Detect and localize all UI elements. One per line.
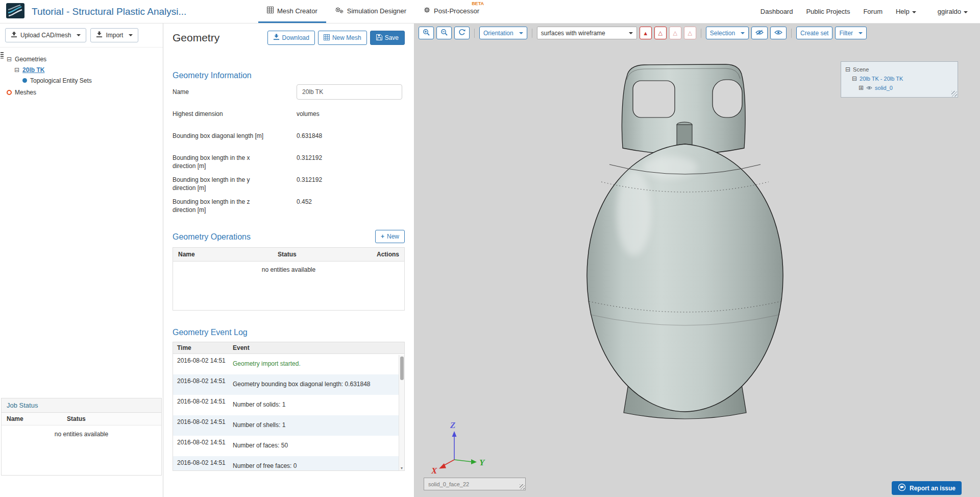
scrollbar-thumb[interactable] — [400, 357, 404, 380]
tree-item-geometries[interactable]: ⊟ Geometries — [7, 54, 158, 64]
log-time: 2016-08-02 14:51 — [177, 418, 226, 435]
collapse-icon[interactable]: ⊟ — [845, 66, 850, 73]
event-log-scrollbar[interactable]: ▾ — [399, 355, 404, 470]
eye-icon[interactable] — [866, 83, 872, 92]
import-button[interactable]: Import — [90, 28, 138, 42]
log-event: Number of faces: 50 — [233, 438, 396, 455]
expand-icon[interactable]: ⊞ — [859, 85, 864, 91]
info-label: Name — [173, 84, 265, 97]
log-time: 2016-08-02 14:51 — [177, 397, 226, 414]
geometry-name-input[interactable] — [297, 84, 402, 100]
bullet-icon — [22, 78, 27, 83]
download-icon — [273, 34, 280, 42]
job-status-panel: Job Status Name Status no entities avail… — [1, 398, 162, 476]
nav-user-menu[interactable]: ggiraldo — [938, 8, 968, 15]
geometry-panel: Geometry Download New Mesh Save — [163, 23, 414, 497]
tab-label: Mesh Creator — [277, 7, 317, 15]
hide-selection-button[interactable] — [751, 27, 768, 39]
viewport-3d[interactable]: Orientation surfaces with wireframe ▲ △ … — [414, 23, 980, 497]
download-button[interactable]: Download — [267, 31, 315, 45]
zoom-in-icon — [423, 29, 430, 37]
upload-cad-button[interactable]: Upload CAD/mesh — [5, 28, 86, 42]
selected-face-input[interactable] — [424, 478, 526, 490]
info-value: 0.312192 — [297, 150, 322, 161]
import-icon — [96, 31, 103, 39]
log-event: Geometry import started. — [233, 357, 396, 373]
save-button[interactable]: Save — [370, 31, 405, 45]
log-row: 2016-08-02 14:51 Number of shells: 1 — [173, 415, 404, 436]
tree-item-topological-entity-sets[interactable]: Topological Entity Sets — [22, 75, 158, 86]
collar-handle-hole — [633, 81, 675, 117]
zoom-out-button[interactable] — [436, 27, 452, 39]
grid-icon — [267, 7, 274, 15]
event-log-header: Time Event — [173, 342, 404, 354]
toolbar-separator — [701, 29, 701, 38]
log-time: 2016-08-02 14:51 — [177, 357, 226, 373]
log-time: 2016-08-02 14:51 — [177, 377, 226, 394]
sidebar-toolbar: Upload CAD/mesh Import — [0, 23, 163, 48]
grid-icon — [324, 34, 330, 42]
log-event: Number of solids: 1 — [233, 397, 396, 414]
new-operation-button[interactable]: + New — [375, 230, 405, 243]
info-label: Bounding box length in the y direction [… — [173, 172, 265, 192]
event-log-rows: 2016-08-02 14:51 Geometry import started… — [173, 354, 404, 471]
scene-solid-node[interactable]: ⊞ solid_0 — [859, 83, 953, 92]
render-mode-value: surfaces with wireframe — [541, 30, 605, 37]
orientation-dropdown[interactable]: Orientation — [479, 27, 527, 39]
geometry-information-heading: Geometry Information — [173, 70, 405, 80]
tree-item-geometry[interactable]: ⊟ 20lb TK — [14, 64, 158, 75]
caret-down-icon — [629, 32, 633, 34]
panel-actions: Download New Mesh Save — [267, 31, 405, 45]
nav-help-menu[interactable]: Help — [896, 8, 916, 15]
operations-table-header: Name Status Actions — [173, 248, 404, 262]
tab-simulation-designer[interactable]: Simulation Designer — [326, 0, 415, 23]
caret-down-icon — [129, 34, 133, 36]
collapse-icon[interactable]: ⊟ — [7, 56, 12, 62]
geometry-warning-button-2[interactable]: △ — [654, 27, 667, 39]
info-row-highest-dimension: Highest dimension volumes — [173, 106, 405, 128]
axis-z-label: Z — [450, 420, 455, 430]
selected-face-field-wrap — [424, 478, 526, 490]
job-col-status: Status — [67, 415, 86, 422]
filter-dropdown[interactable]: Filter — [835, 27, 867, 39]
caret-down-icon — [859, 32, 863, 34]
app-header: Tutorial - Structural Plastic Analysi...… — [0, 0, 980, 23]
zoom-in-button[interactable] — [419, 27, 434, 39]
refresh-view-button[interactable] — [454, 27, 470, 39]
tab-mesh-creator[interactable]: Mesh Creator — [258, 0, 326, 23]
selection-dropdown[interactable]: Selection — [706, 27, 749, 39]
tree-item-meshes[interactable]: Meshes — [7, 87, 158, 98]
new-mesh-button[interactable]: New Mesh — [318, 31, 367, 45]
collapse-icon[interactable]: ⊟ — [14, 67, 19, 73]
warning-triangle-icon: △ — [658, 30, 662, 36]
log-event: Number of shells: 1 — [233, 418, 396, 435]
nav-public-projects[interactable]: Public Projects — [806, 8, 850, 15]
geometry-warning-button-4[interactable]: △ — [684, 27, 696, 39]
app-logo[interactable] — [6, 3, 24, 20]
collapse-icon[interactable]: ⊟ — [852, 76, 857, 82]
info-label: Bounding box length in the x direction [… — [173, 150, 265, 170]
show-selection-button[interactable] — [770, 27, 787, 39]
scroll-down-icon[interactable]: ▾ — [399, 466, 404, 470]
save-icon — [376, 34, 382, 42]
report-issue-button[interactable]: Report an issue — [892, 481, 962, 495]
nav-forum[interactable]: Forum — [863, 8, 883, 15]
nav-dashboard[interactable]: Dashboard — [761, 8, 793, 15]
geometry-3d-model[interactable] — [583, 59, 787, 427]
workflow-tabs: Mesh Creator Simulation Designer BETA Po… — [258, 0, 488, 23]
info-row-name: Name — [173, 84, 405, 106]
tank-body — [587, 144, 783, 412]
geometry-warning-button-3[interactable]: △ — [669, 27, 681, 39]
tab-label: Simulation Designer — [347, 7, 406, 15]
axis-y-label: Y — [479, 458, 485, 467]
render-mode-select[interactable]: surfaces with wireframe — [537, 27, 637, 39]
scene-geometry-node[interactable]: ⊟ 20lb TK - 20lb TK — [852, 74, 953, 83]
sidebar-resize-grip[interactable] — [1, 52, 4, 59]
create-set-button[interactable]: Create set — [796, 27, 832, 39]
collar-side-hole — [713, 80, 742, 117]
refresh-icon — [458, 29, 465, 37]
scene-root-node[interactable]: ⊟ Scene — [845, 65, 953, 74]
geometry-warning-button-1[interactable]: ▲ — [640, 27, 652, 39]
col-event: Event — [233, 344, 250, 351]
tab-post-processor[interactable]: BETA Post-Processor — [415, 0, 488, 23]
